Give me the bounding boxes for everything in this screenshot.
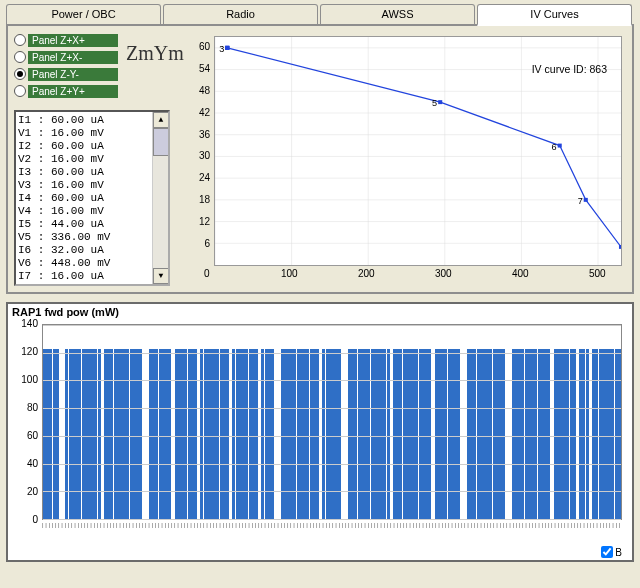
- iv-x-axis: 0100200300400500: [214, 268, 622, 284]
- x-tick: |: [216, 522, 218, 528]
- x-tick: |: [429, 522, 431, 528]
- panel-radio-zpyp[interactable]: Panel Z+Y+: [14, 83, 182, 99]
- x-tick: |: [400, 522, 402, 528]
- x-tick: |: [100, 522, 102, 528]
- x-tick: |: [361, 522, 363, 528]
- x-tick: |: [351, 522, 353, 528]
- x-tick: |: [94, 522, 96, 528]
- x-tick: |: [161, 522, 163, 528]
- bar: [139, 349, 142, 519]
- x-tick: |: [396, 522, 398, 528]
- x-tick: |: [142, 522, 144, 528]
- x-tick: |: [619, 522, 621, 528]
- x-tick: |: [448, 522, 450, 528]
- x-tick: |: [500, 522, 502, 528]
- x-tick: |: [512, 522, 514, 528]
- left-column: Panel Z+X+ Panel Z+X- Panel Z-Y- Panel Z…: [14, 32, 182, 286]
- tab-awss[interactable]: AWSS: [320, 4, 475, 26]
- x-tick: |: [48, 522, 50, 528]
- x-tick: 200: [358, 268, 375, 279]
- x-tick: |: [461, 522, 463, 528]
- b-checkbox[interactable]: [601, 546, 613, 558]
- x-tick: |: [113, 522, 115, 528]
- x-tick: |: [319, 522, 321, 528]
- x-tick: |: [58, 522, 60, 528]
- panel-radio-zmym[interactable]: Panel Z-Y-: [14, 66, 182, 82]
- x-tick: |: [197, 522, 199, 528]
- x-tick: |: [293, 522, 295, 528]
- scroll-up-icon[interactable]: ▲: [153, 112, 169, 128]
- x-tick: |: [203, 522, 205, 528]
- b-checkbox-row[interactable]: B: [601, 546, 622, 558]
- scrollbar[interactable]: ▲ ▼: [152, 112, 168, 284]
- svg-rect-23: [558, 144, 562, 148]
- x-tick: |: [358, 522, 360, 528]
- svg-rect-27: [619, 245, 621, 249]
- tab-label: Power / OBC: [51, 8, 115, 20]
- x-tick: |: [551, 522, 553, 528]
- tab-label: Radio: [226, 8, 255, 20]
- tab-power-obc[interactable]: Power / OBC: [6, 4, 161, 26]
- x-tick: |: [280, 522, 282, 528]
- scroll-thumb[interactable]: [153, 128, 169, 156]
- tab-iv-curves[interactable]: IV Curves: [477, 4, 632, 26]
- x-tick: |: [545, 522, 547, 528]
- svg-text:7: 7: [578, 196, 583, 206]
- x-tick: |: [538, 522, 540, 528]
- x-tick: |: [364, 522, 366, 528]
- x-tick: |: [612, 522, 614, 528]
- x-tick: |: [306, 522, 308, 528]
- tab-radio[interactable]: Radio: [163, 4, 318, 26]
- x-tick: |: [110, 522, 112, 528]
- y-tick: 0: [32, 514, 38, 525]
- list-item: I6 : 32.00 uA: [18, 244, 166, 257]
- x-tick: |: [213, 522, 215, 528]
- x-tick: |: [558, 522, 560, 528]
- list-item: I4 : 60.00 uA: [18, 192, 166, 205]
- x-tick: |: [474, 522, 476, 528]
- tab-bar: Power / OBC Radio AWSS IV Curves: [6, 4, 634, 26]
- x-tick: |: [45, 522, 47, 528]
- x-tick: |: [200, 522, 202, 528]
- x-tick: |: [181, 522, 183, 528]
- x-tick: |: [297, 522, 299, 528]
- svg-rect-20: [225, 46, 229, 50]
- x-tick: |: [55, 522, 57, 528]
- x-tick: |: [390, 522, 392, 528]
- x-tick: |: [532, 522, 534, 528]
- x-tick: |: [219, 522, 221, 528]
- svg-text:3: 3: [219, 44, 224, 54]
- x-tick: |: [406, 522, 408, 528]
- y-tick: 12: [199, 216, 210, 227]
- gridline: [43, 353, 621, 354]
- x-tick: |: [187, 522, 189, 528]
- x-tick: |: [313, 522, 315, 528]
- x-tick: |: [164, 522, 166, 528]
- x-tick: |: [503, 522, 505, 528]
- x-tick: |: [42, 522, 44, 528]
- x-tick: |: [338, 522, 340, 528]
- list-item: I2 : 60.00 uA: [18, 140, 166, 153]
- bar-x-axis: ||||||||||||||||||||||||||||||||||||||||…: [42, 522, 622, 542]
- list-item: I7 : 16.00 uA: [18, 270, 166, 283]
- x-tick: |: [409, 522, 411, 528]
- x-tick: |: [519, 522, 521, 528]
- x-tick: 300: [435, 268, 452, 279]
- svg-text:5: 5: [432, 98, 437, 108]
- x-tick: |: [371, 522, 373, 528]
- x-tick: |: [541, 522, 543, 528]
- x-tick: |: [616, 522, 618, 528]
- scroll-down-icon[interactable]: ▼: [153, 268, 169, 284]
- y-tick: 60: [27, 430, 38, 441]
- x-tick: |: [367, 522, 369, 528]
- x-tick: |: [68, 522, 70, 528]
- x-tick: |: [123, 522, 125, 528]
- y-tick: 36: [199, 129, 210, 140]
- x-tick: |: [467, 522, 469, 528]
- y-tick: 60: [199, 41, 210, 52]
- x-tick: |: [454, 522, 456, 528]
- iv-values-listbox[interactable]: I1 : 60.00 uA V1 : 16.00 mV I2 : 60.00 u…: [14, 110, 170, 286]
- y-tick: 30: [199, 150, 210, 161]
- bar: [338, 349, 341, 519]
- bar: [618, 349, 621, 519]
